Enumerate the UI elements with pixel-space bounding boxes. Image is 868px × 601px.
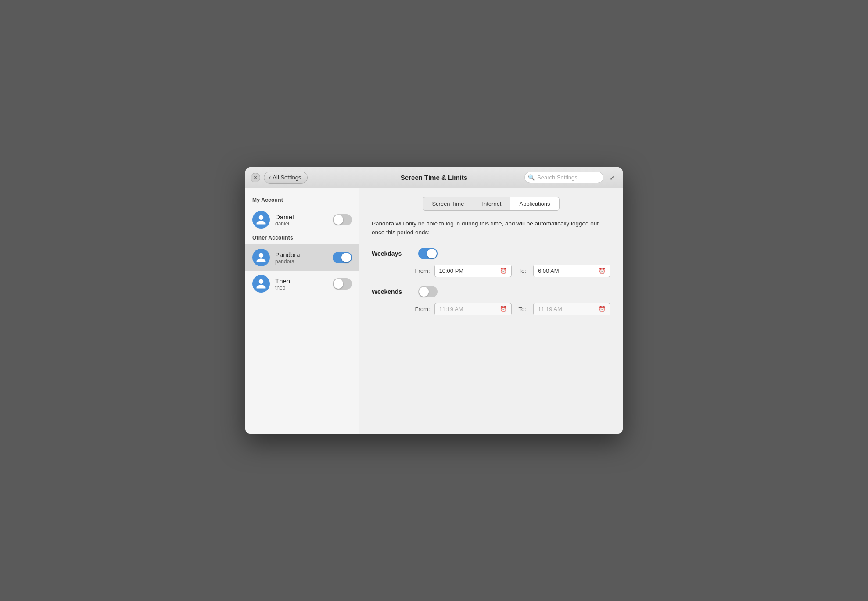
toggle-knob-theo (334, 279, 343, 289)
weekends-section: Weekends From: 11:19 AM ⏰ To: 11:19 AM ⏰ (372, 286, 610, 315)
settings-window: × All Settings Screen Time & Limits 🔍 ⤢ … (245, 167, 623, 434)
weekdays-from-label: From: (411, 268, 430, 274)
tab-internet[interactable]: Internet (473, 197, 510, 210)
weekdays-to-input[interactable]: 6:00 AM ⏰ (533, 265, 610, 277)
weekdays-to-label: To: (519, 268, 526, 274)
toggle-knob-weekdays (427, 249, 437, 258)
weekdays-row: Weekdays (372, 248, 610, 259)
weekdays-from-input[interactable]: 10:00 PM ⏰ (434, 265, 512, 277)
toggle-knob-pandora (341, 253, 351, 262)
account-item-pandora[interactable]: Pandora pandora (245, 244, 359, 271)
user-icon-theo (255, 278, 267, 290)
clock-icon-weekends-to: ⏰ (599, 306, 606, 312)
tab-applications[interactable]: Applications (510, 197, 559, 210)
account-name-theo: Theo (275, 277, 327, 285)
avatar-daniel (252, 211, 270, 229)
right-panel: Screen Time Internet Applications Pandor… (359, 188, 623, 434)
close-button[interactable]: × (251, 173, 260, 182)
weekends-from-input[interactable]: 11:19 AM ⏰ (434, 303, 512, 315)
toggle-knob-daniel (334, 215, 343, 225)
my-account-label: My Account (245, 195, 359, 207)
weekends-to-input[interactable]: 11:19 AM ⏰ (533, 303, 610, 315)
search-input[interactable] (524, 172, 603, 183)
clock-icon-weekdays-to: ⏰ (599, 268, 606, 274)
expand-button[interactable]: ⤢ (607, 172, 617, 183)
weekends-label: Weekends (372, 288, 411, 295)
clock-icon-weekdays-from: ⏰ (500, 268, 507, 274)
tab-group: Screen Time Internet Applications (423, 197, 559, 211)
tabs: Screen Time Internet Applications (372, 197, 610, 211)
titlebar-left: × All Settings (251, 172, 308, 184)
account-name-pandora: Pandora (275, 251, 327, 258)
user-icon-pandora (255, 252, 267, 263)
clock-icon-weekends-from: ⏰ (500, 306, 507, 312)
account-item-daniel[interactable]: Daniel daniel (245, 207, 359, 233)
account-info-daniel: Daniel daniel (275, 213, 327, 227)
window-title: Screen Time & Limits (401, 174, 467, 181)
avatar-pandora (252, 249, 270, 266)
titlebar: × All Settings Screen Time & Limits 🔍 ⤢ (245, 167, 623, 188)
toggle-knob-weekends (419, 287, 429, 297)
account-item-theo[interactable]: Theo theo (245, 271, 359, 297)
weekdays-section: Weekdays From: 10:00 PM ⏰ To: 6:00 AM ⏰ (372, 248, 610, 277)
weekends-row: Weekends (372, 286, 610, 297)
main-content: My Account Daniel daniel Other Accounts (245, 188, 623, 434)
toggle-weekdays[interactable] (418, 248, 438, 259)
tab-screen-time[interactable]: Screen Time (423, 197, 473, 210)
titlebar-right: 🔍 ⤢ (524, 172, 617, 183)
weekdays-time-row: From: 10:00 PM ⏰ To: 6:00 AM ⏰ (411, 265, 610, 277)
search-wrapper: 🔍 (524, 172, 603, 183)
account-username-theo: theo (275, 285, 327, 291)
sidebar: My Account Daniel daniel Other Accounts (245, 188, 359, 434)
weekdays-label: Weekdays (372, 250, 411, 257)
weekends-from-value: 11:19 AM (439, 306, 463, 312)
account-name-daniel: Daniel (275, 213, 327, 221)
toggle-weekends[interactable] (418, 286, 438, 297)
account-username-daniel: daniel (275, 221, 327, 227)
avatar-theo (252, 275, 270, 293)
weekends-time-row: From: 11:19 AM ⏰ To: 11:19 AM ⏰ (411, 303, 610, 315)
user-icon (255, 214, 267, 225)
toggle-daniel[interactable] (333, 214, 352, 225)
account-username-pandora: pandora (275, 258, 327, 265)
toggle-theo[interactable] (333, 278, 352, 290)
other-accounts-label: Other Accounts (245, 233, 359, 244)
weekends-to-value: 11:19 AM (538, 306, 562, 312)
description-text: Pandora will only be able to log in duri… (372, 219, 610, 237)
toggle-pandora[interactable] (333, 252, 352, 263)
weekends-to-label: To: (519, 306, 526, 312)
weekends-from-label: From: (411, 306, 430, 312)
weekdays-from-value: 10:00 PM (439, 268, 464, 274)
weekdays-to-value: 6:00 AM (538, 268, 559, 274)
back-button[interactable]: All Settings (264, 172, 308, 184)
account-info-theo: Theo theo (275, 277, 327, 291)
account-info-pandora: Pandora pandora (275, 251, 327, 265)
